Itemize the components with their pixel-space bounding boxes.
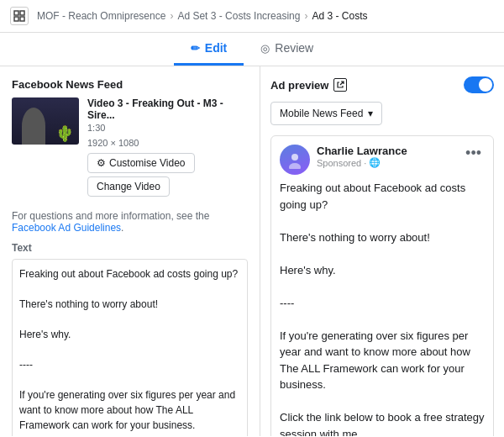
avatar-inner — [280, 145, 310, 175]
breadcrumb-separator-1: › — [170, 10, 173, 22]
ad-preview-header: Ad preview — [270, 76, 494, 93]
breadcrumb: MOF - Reach Omnipresence › Ad Set 3 - Co… — [37, 10, 494, 22]
svg-rect-1 — [20, 11, 24, 15]
video-info: Video 3 - Freaking Out - M3 - Sire... 1:… — [87, 97, 248, 200]
left-panel: Facebook News Feed 🌵 Video 3 - Freaking … — [0, 66, 260, 436]
main-content: Facebook News Feed 🌵 Video 3 - Freaking … — [0, 66, 504, 436]
svg-rect-3 — [20, 17, 24, 21]
video-dimensions: 1920 × 1080 — [87, 138, 248, 148]
preview-toggle[interactable] — [464, 76, 494, 93]
tab-edit[interactable]: ✏ Edit — [174, 33, 244, 66]
ad-poster-info: Charlie Lawrance Sponsored · 🌐 — [317, 145, 455, 168]
customise-video-button[interactable]: ⚙ Customise Video — [87, 153, 195, 173]
review-icon: ◎ — [260, 42, 270, 55]
video-thumbnail: 🌵 — [12, 97, 79, 145]
cactus-icon: 🌵 — [55, 124, 74, 143]
ad-card-menu-button[interactable]: ••• — [462, 145, 485, 162]
breadcrumb-separator-2: › — [304, 10, 307, 22]
header: MOF - Reach Omnipresence › Ad Set 3 - Co… — [0, 0, 504, 33]
external-link-icon[interactable] — [333, 78, 347, 92]
person-silhouette — [22, 108, 45, 145]
ad-preview-label: Ad preview — [270, 78, 347, 92]
svg-point-4 — [291, 154, 298, 161]
chevron-down-icon: ▾ — [368, 108, 373, 119]
poster-name: Charlie Lawrance — [317, 145, 455, 157]
guidelines-text: For questions and more information, see … — [12, 210, 248, 234]
video-title: Video 3 - Freaking Out - M3 - Sire... — [87, 97, 248, 121]
tab-review-label: Review — [275, 41, 313, 55]
tab-review[interactable]: ◎ Review — [244, 33, 330, 66]
ad-body-text: Freaking out about Facebook ad costs goi… — [280, 180, 485, 436]
change-video-label: Change Video — [97, 181, 160, 192]
change-video-button[interactable]: Change Video — [87, 176, 170, 197]
breadcrumb-item-3: Ad 3 - Costs — [312, 10, 367, 22]
breadcrumb-item-2[interactable]: Ad Set 3 - Costs Increasing — [177, 10, 300, 22]
svg-rect-0 — [14, 11, 18, 15]
app-logo — [10, 7, 29, 25]
ad-card-body: Freaking out about Facebook ad costs goi… — [271, 180, 493, 436]
breadcrumb-item-1[interactable]: MOF - Reach Omnipresence — [37, 10, 165, 22]
tabs-bar: ✏ Edit ◎ Review — [0, 33, 504, 66]
avatar — [280, 145, 310, 175]
right-panel: Ad preview Mobile News Feed ▾ — [260, 66, 504, 436]
svg-point-5 — [289, 163, 301, 169]
svg-rect-2 — [14, 17, 18, 21]
toggle-thumb — [479, 78, 492, 92]
customise-icon: ⚙ — [97, 157, 106, 169]
text-label: Text — [12, 242, 248, 254]
placement-label: Mobile News Feed — [280, 108, 363, 119]
ad-card: Charlie Lawrance Sponsored · 🌐 ••• Freak… — [270, 135, 494, 436]
video-section: 🌵 Video 3 - Freaking Out - M3 - Sire... … — [12, 97, 248, 200]
globe-icon: 🌐 — [369, 157, 381, 168]
guidelines-link[interactable]: Facebook Ad Guidelines — [12, 222, 121, 234]
ad-card-header: Charlie Lawrance Sponsored · 🌐 ••• — [271, 136, 493, 180]
placement-dropdown[interactable]: Mobile News Feed ▾ — [270, 102, 382, 125]
customise-label: Customise Video — [109, 157, 186, 169]
sponsored-label: Sponsored · 🌐 — [317, 157, 455, 168]
tab-edit-label: Edit — [205, 41, 227, 55]
edit-icon: ✏ — [191, 42, 200, 55]
sponsored-dot: · — [364, 158, 366, 168]
video-duration: 1:30 — [87, 123, 248, 133]
ad-text-display[interactable]: Freaking out about Facebook ad costs goi… — [12, 259, 248, 436]
section-title: Facebook News Feed — [12, 78, 248, 91]
